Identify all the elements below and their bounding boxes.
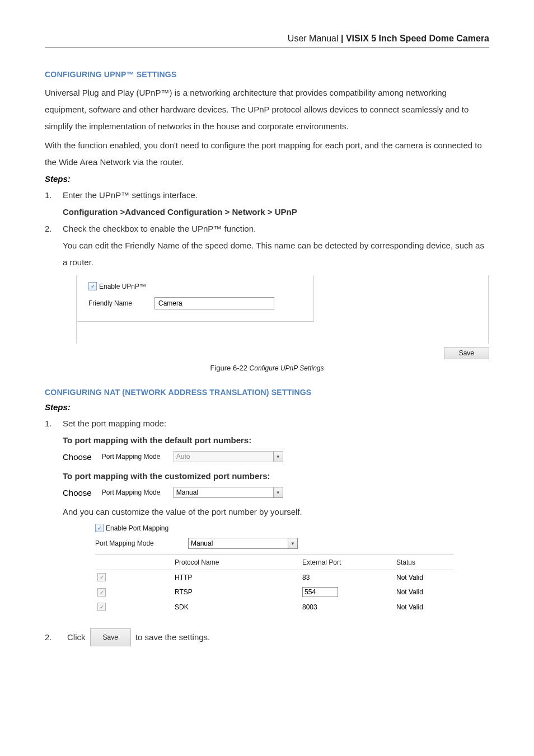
pmm-label-1: Port Mapping Mode bbox=[102, 453, 163, 461]
upnp-paragraph-1: Universal Plug and Play (UPnP™) is a net… bbox=[45, 84, 489, 135]
row-checkbox[interactable] bbox=[97, 588, 106, 597]
heading-default-ports: To port mapping with the default port nu… bbox=[63, 432, 489, 449]
col-protocol: Protocol Name bbox=[172, 555, 300, 570]
section-upnp-title: CONFIGURING UPNP™ SETTINGS bbox=[45, 70, 489, 79]
step-b2-tail: to save the settings. bbox=[135, 629, 210, 646]
table-row: HTTP 83 Not Valid bbox=[95, 570, 453, 585]
chevron-down-icon: ▼ bbox=[273, 487, 283, 497]
header-lead: User Manual bbox=[288, 34, 339, 43]
figure-caption-1: Figure 6-22 Configure UPnP Settings bbox=[45, 364, 489, 372]
step-a2-text: Check the checkbox to enable the UPnP™ f… bbox=[63, 220, 489, 237]
step-a1-num: 1. bbox=[45, 187, 63, 220]
pmm-label-2: Port Mapping Mode bbox=[102, 489, 163, 496]
row-protocol: RTSP bbox=[172, 584, 300, 600]
choose-label-1: Choose bbox=[63, 452, 92, 462]
page-header: User Manual | VISIX 5 Inch Speed Dome Ca… bbox=[45, 34, 489, 48]
step-a2-text2: You can edit the Friendly Name of the sp… bbox=[63, 237, 489, 271]
row-status: Not Valid bbox=[394, 570, 453, 585]
col-status: Status bbox=[394, 555, 453, 570]
pt-pmm-label: Port Mapping Mode bbox=[95, 539, 168, 547]
enable-port-mapping-label: Enable Port Mapping bbox=[106, 524, 168, 532]
row-ext-input[interactable]: 554 bbox=[302, 587, 338, 597]
step-a2-num: 2. bbox=[45, 220, 63, 271]
figure-caption-italic: Configure UPnP Settings bbox=[250, 364, 324, 372]
steps-label-a: Steps: bbox=[45, 174, 489, 184]
customize-text: And you can customize the value of the p… bbox=[63, 504, 489, 520]
step-b1-text: Set the port mapping mode: bbox=[63, 415, 489, 432]
pmm-dropdown-auto-value: Auto bbox=[176, 453, 190, 461]
row-status: Not Valid bbox=[394, 584, 453, 600]
figure-upnp-settings: Enable UPnP™ Friendly Name Camera Save bbox=[76, 275, 489, 359]
row-status: Not Valid bbox=[394, 600, 453, 614]
row-ext: 83 bbox=[300, 570, 394, 585]
port-mapping-table: Protocol Name External Port Status HTTP … bbox=[95, 555, 453, 614]
row-protocol: HTTP bbox=[172, 570, 300, 585]
enable-port-mapping-checkbox[interactable] bbox=[95, 524, 104, 532]
heading-custom-ports: To port mapping with the customized port… bbox=[63, 468, 489, 485]
step-b2-click: Click bbox=[67, 629, 86, 646]
step-b2-num: 2. bbox=[45, 629, 63, 646]
pt-pmm-value: Manual bbox=[191, 539, 213, 547]
save-button-inline[interactable]: Save bbox=[90, 628, 131, 646]
row-ext: 8003 bbox=[300, 600, 394, 614]
header-sep: | bbox=[339, 34, 346, 43]
steps-label-b: Steps: bbox=[45, 402, 489, 412]
step-a1-text: Enter the UPnP™ settings interface. bbox=[63, 187, 489, 204]
row-protocol: SDK bbox=[172, 600, 300, 614]
friendly-name-input[interactable]: Camera bbox=[154, 297, 274, 309]
figure-port-mapping: Enable Port Mapping Port Mapping Mode Ma… bbox=[95, 524, 453, 614]
upnp-paragraph-2: With the function enabled, you don't nee… bbox=[45, 137, 489, 171]
step-a1-path: Configuration >Advanced Configuration > … bbox=[63, 204, 489, 220]
col-ext-port: External Port bbox=[300, 555, 394, 570]
save-button-fig1[interactable]: Save bbox=[444, 347, 489, 359]
friendly-name-label: Friendly Name bbox=[88, 299, 132, 307]
enable-upnp-label: Enable UPnP™ bbox=[99, 283, 146, 290]
chevron-down-icon: ▼ bbox=[273, 452, 283, 462]
figure-caption-lead: Figure 6-22 bbox=[210, 364, 249, 372]
pt-pmm-dropdown[interactable]: Manual ▼ bbox=[188, 538, 298, 549]
step-b1-num: 1. bbox=[45, 415, 63, 449]
section-nat-title: CONFIGURING NAT (NETWORK ADDRESS TRANSLA… bbox=[45, 388, 489, 397]
chevron-down-icon: ▼ bbox=[288, 538, 297, 548]
row-checkbox[interactable] bbox=[97, 603, 106, 611]
pmm-dropdown-auto[interactable]: Auto ▼ bbox=[174, 451, 283, 462]
pmm-dropdown-manual[interactable]: Manual ▼ bbox=[174, 487, 283, 498]
table-row: RTSP 554 Not Valid bbox=[95, 584, 453, 600]
enable-upnp-checkbox[interactable] bbox=[88, 282, 97, 290]
row-checkbox[interactable] bbox=[97, 573, 106, 581]
table-row: SDK 8003 Not Valid bbox=[95, 600, 453, 614]
header-product: VISIX 5 Inch Speed Dome Camera bbox=[346, 34, 489, 43]
pmm-dropdown-manual-value: Manual bbox=[176, 489, 198, 496]
choose-label-2: Choose bbox=[63, 488, 92, 497]
